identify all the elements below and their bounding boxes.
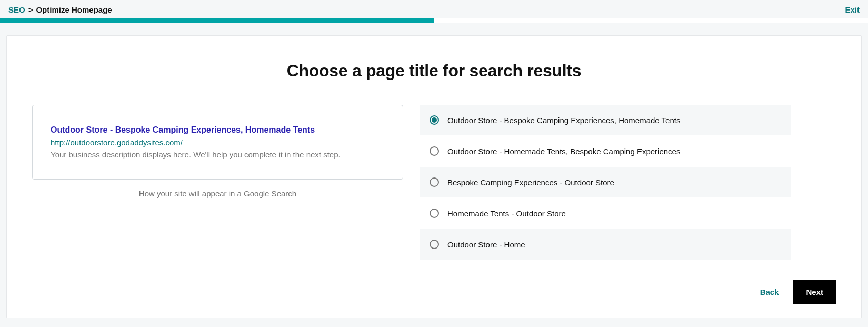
back-button[interactable]: Back [760, 288, 779, 296]
footer-actions: Back Next [32, 280, 836, 304]
preview-column: Outdoor Store - Bespoke Camping Experien… [32, 105, 403, 260]
title-option-2[interactable]: Bespoke Camping Experiences - Outdoor St… [420, 167, 791, 198]
options-column: Outdoor Store - Bespoke Camping Experien… [420, 105, 791, 260]
radio-icon [430, 146, 439, 156]
search-preview-card: Outdoor Store - Bespoke Camping Experien… [32, 105, 403, 180]
radio-icon [430, 115, 439, 125]
preview-title: Outdoor Store - Bespoke Camping Experien… [51, 125, 385, 135]
radio-icon [430, 240, 439, 249]
preview-description: Your business description displays here.… [51, 150, 385, 159]
progress-bar-track [0, 18, 868, 23]
radio-icon [430, 177, 439, 187]
title-option-0[interactable]: Outdoor Store - Bespoke Camping Experien… [420, 105, 791, 136]
breadcrumb-separator: > [28, 5, 33, 14]
option-label: Homemade Tents - Outdoor Store [447, 209, 566, 218]
option-label: Outdoor Store - Homemade Tents, Bespoke … [447, 147, 680, 156]
page-title: Choose a page title for search results [32, 61, 836, 81]
breadcrumb-current: Optimize Homepage [36, 5, 112, 14]
header-bar: SEO > Optimize Homepage Exit [0, 0, 868, 18]
progress-bar-fill [0, 18, 434, 23]
preview-caption: How your site will appear in a Google Se… [32, 189, 403, 198]
radio-icon [430, 209, 439, 218]
option-label: Outdoor Store - Bespoke Camping Experien… [447, 116, 680, 125]
preview-url: http://outdoorstore.godaddysites.com/ [51, 138, 385, 147]
option-label: Bespoke Camping Experiences - Outdoor St… [447, 178, 614, 187]
option-label: Outdoor Store - Home [447, 240, 525, 249]
exit-link[interactable]: Exit [845, 5, 860, 14]
breadcrumb-root-link[interactable]: SEO [8, 5, 25, 14]
title-option-1[interactable]: Outdoor Store - Homemade Tents, Bespoke … [420, 136, 791, 167]
main-card: Choose a page title for search results O… [6, 35, 862, 318]
title-option-3[interactable]: Homemade Tents - Outdoor Store [420, 198, 791, 229]
title-option-4[interactable]: Outdoor Store - Home [420, 229, 791, 260]
breadcrumb: SEO > Optimize Homepage [8, 5, 112, 14]
next-button[interactable]: Next [793, 280, 836, 304]
content-row: Outdoor Store - Bespoke Camping Experien… [32, 105, 836, 260]
